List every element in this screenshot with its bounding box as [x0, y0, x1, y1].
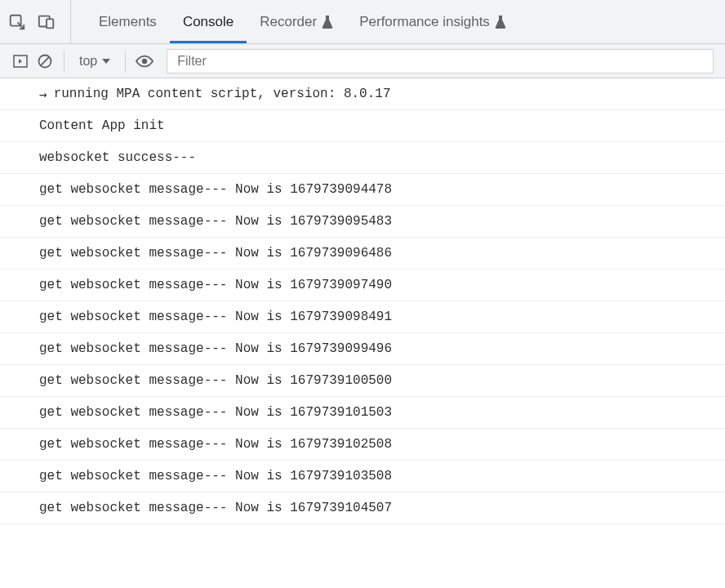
- svg-rect-2: [47, 19, 53, 28]
- live-expression-icon[interactable]: [136, 52, 153, 70]
- console-message-text: get websocket message--- Now is 16797390…: [39, 310, 392, 324]
- console-row[interactable]: →running MPA content script, version: 8.…: [0, 78, 725, 110]
- inspect-element-icon[interactable]: [8, 13, 26, 31]
- console-row[interactable]: get websocket message--- Now is 16797391…: [0, 429, 725, 461]
- chevron-down-icon: [102, 58, 110, 65]
- context-label: top: [79, 54, 97, 69]
- execution-context-selector[interactable]: top: [74, 54, 115, 69]
- console-toolbar: top: [0, 44, 725, 78]
- console-message-text: websocket success---: [39, 150, 196, 165]
- console-message-text: get websocket message--- Now is 16797391…: [39, 469, 392, 483]
- console-message-text: get websocket message--- Now is 16797391…: [39, 405, 392, 420]
- console-message-text: Content App init: [39, 118, 165, 133]
- tab-strip: Elements Console Recorder Performance in…: [71, 0, 519, 43]
- console-output: →running MPA content script, version: 8.…: [0, 78, 725, 524]
- console-row[interactable]: get websocket message--- Now is 16797391…: [0, 365, 725, 397]
- header-icon-group: [8, 0, 71, 43]
- console-row[interactable]: get websocket message--- Now is 16797391…: [0, 397, 725, 429]
- console-row[interactable]: get websocket message--- Now is 16797390…: [0, 174, 725, 206]
- tab-label: Console: [183, 14, 234, 30]
- console-row[interactable]: get websocket message--- Now is 16797390…: [0, 206, 725, 238]
- svg-line-5: [41, 56, 50, 65]
- flask-icon: [322, 16, 333, 28]
- console-message-text: get websocket message--- Now is 16797390…: [39, 278, 392, 292]
- tab-label: Elements: [99, 14, 157, 30]
- devtools-tabbar: Elements Console Recorder Performance in…: [0, 0, 725, 44]
- console-message-text: get websocket message--- Now is 16797390…: [39, 246, 392, 261]
- clear-console-icon[interactable]: [36, 52, 54, 70]
- console-message-text: get websocket message--- Now is 16797390…: [39, 214, 392, 229]
- filter-input[interactable]: [167, 49, 714, 74]
- device-toolbar-icon[interactable]: [38, 13, 56, 31]
- console-message-text: get websocket message--- Now is 16797390…: [39, 341, 392, 356]
- tab-recorder[interactable]: Recorder: [247, 0, 346, 43]
- flask-icon: [495, 16, 506, 28]
- tab-elements[interactable]: Elements: [86, 0, 170, 43]
- console-row[interactable]: get websocket message--- Now is 16797390…: [0, 333, 725, 365]
- console-row[interactable]: websocket success---: [0, 142, 725, 174]
- arrow-icon: →: [39, 87, 47, 102]
- console-message-text: get websocket message--- Now is 16797391…: [39, 373, 392, 388]
- console-row[interactable]: Content App init: [0, 110, 725, 142]
- tab-console[interactable]: Console: [170, 0, 247, 43]
- console-row[interactable]: get websocket message--- Now is 16797391…: [0, 461, 725, 492]
- console-row[interactable]: get websocket message--- Now is 16797390…: [0, 238, 725, 270]
- toolbar-separator: [64, 51, 64, 72]
- tab-performance-insights[interactable]: Performance insights: [346, 0, 519, 43]
- console-row[interactable]: get websocket message--- Now is 16797390…: [0, 270, 725, 301]
- toolbar-separator: [125, 51, 126, 72]
- console-message-text: get websocket message--- Now is 16797390…: [39, 182, 392, 197]
- console-row[interactable]: get websocket message--- Now is 16797390…: [0, 301, 725, 333]
- tab-label: Recorder: [260, 14, 317, 30]
- console-row[interactable]: get websocket message--- Now is 16797391…: [0, 492, 725, 524]
- console-message-text: running MPA content script, version: 8.0…: [54, 87, 391, 101]
- tab-label: Performance insights: [359, 14, 490, 30]
- svg-point-6: [142, 58, 147, 63]
- toggle-sidebar-icon[interactable]: [11, 52, 29, 70]
- console-message-text: get websocket message--- Now is 16797391…: [39, 437, 392, 452]
- console-message-text: get websocket message--- Now is 16797391…: [39, 501, 392, 515]
